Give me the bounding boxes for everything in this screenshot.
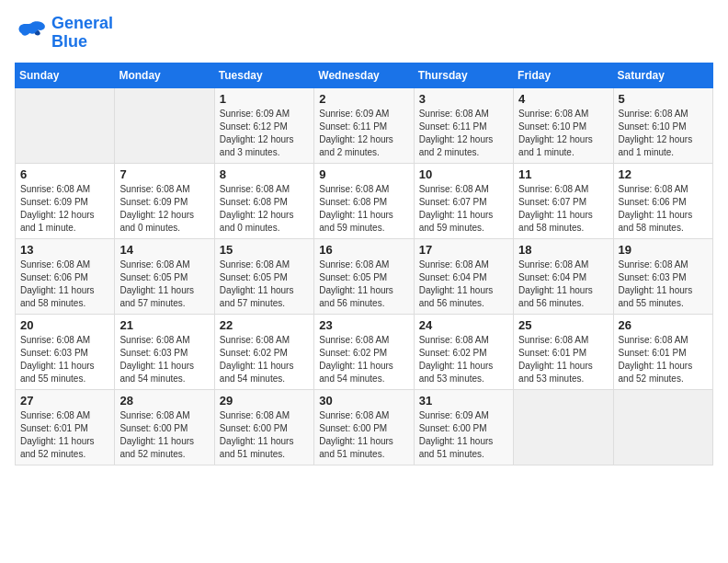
day-number: 2 [319, 92, 408, 106]
day-number: 28 [119, 394, 209, 408]
day-number: 19 [619, 243, 708, 257]
day-info: Sunrise: 6:08 AM Sunset: 6:04 PM Dayligh… [419, 259, 508, 310]
calendar-cell [613, 389, 712, 465]
day-number: 8 [220, 167, 309, 181]
week-row-2: 6Sunrise: 6:08 AM Sunset: 6:09 PM Daylig… [16, 163, 713, 238]
calendar-cell: 31Sunrise: 6:09 AM Sunset: 6:00 PM Dayli… [414, 389, 513, 465]
day-number: 17 [419, 243, 508, 257]
day-info: Sunrise: 6:08 AM Sunset: 6:01 PM Dayligh… [619, 334, 708, 385]
day-number: 30 [319, 394, 408, 408]
calendar-cell: 12Sunrise: 6:08 AM Sunset: 6:06 PM Dayli… [613, 163, 712, 238]
day-number: 23 [319, 318, 408, 332]
calendar-cell: 25Sunrise: 6:08 AM Sunset: 6:01 PM Dayli… [514, 314, 613, 389]
calendar-cell: 28Sunrise: 6:08 AM Sunset: 6:00 PM Dayli… [115, 389, 214, 465]
day-info: Sunrise: 6:08 AM Sunset: 6:09 PM Dayligh… [119, 183, 209, 235]
week-row-3: 13Sunrise: 6:08 AM Sunset: 6:06 PM Dayli… [16, 238, 713, 314]
day-number: 20 [20, 318, 109, 332]
day-number: 15 [220, 243, 309, 257]
week-row-5: 27Sunrise: 6:08 AM Sunset: 6:01 PM Dayli… [16, 389, 713, 465]
day-info: Sunrise: 6:08 AM Sunset: 6:06 PM Dayligh… [20, 259, 109, 310]
day-info: Sunrise: 6:08 AM Sunset: 6:03 PM Dayligh… [619, 259, 708, 310]
column-header-tuesday: Tuesday [214, 63, 313, 87]
day-number: 14 [119, 243, 209, 257]
day-info: Sunrise: 6:08 AM Sunset: 6:08 PM Dayligh… [220, 183, 309, 235]
calendar-cell: 22Sunrise: 6:08 AM Sunset: 6:02 PM Dayli… [214, 314, 313, 389]
day-info: Sunrise: 6:09 AM Sunset: 6:00 PM Dayligh… [419, 409, 508, 461]
calendar-cell: 9Sunrise: 6:08 AM Sunset: 6:08 PM Daylig… [314, 163, 414, 238]
calendar-cell: 21Sunrise: 6:08 AM Sunset: 6:03 PM Dayli… [115, 314, 214, 389]
calendar-cell: 20Sunrise: 6:08 AM Sunset: 6:03 PM Dayli… [16, 314, 115, 389]
day-number: 27 [20, 394, 109, 408]
day-number: 10 [419, 167, 508, 181]
calendar-cell: 5Sunrise: 6:08 AM Sunset: 6:10 PM Daylig… [613, 87, 712, 163]
day-number: 13 [20, 243, 109, 257]
calendar-cell: 8Sunrise: 6:08 AM Sunset: 6:08 PM Daylig… [214, 163, 313, 238]
logo: General Blue [15, 15, 113, 52]
day-info: Sunrise: 6:08 AM Sunset: 6:00 PM Dayligh… [220, 409, 309, 461]
day-info: Sunrise: 6:08 AM Sunset: 6:02 PM Dayligh… [419, 334, 508, 385]
logo-bird-icon [15, 17, 48, 50]
day-number: 22 [220, 318, 309, 332]
calendar-cell: 16Sunrise: 6:08 AM Sunset: 6:05 PM Dayli… [314, 238, 414, 314]
day-number: 31 [419, 394, 508, 408]
day-number: 18 [518, 243, 608, 257]
day-number: 24 [419, 318, 508, 332]
column-header-sunday: Sunday [16, 63, 115, 87]
day-number: 12 [619, 167, 708, 181]
day-info: Sunrise: 6:08 AM Sunset: 6:01 PM Dayligh… [20, 409, 109, 461]
column-header-saturday: Saturday [613, 63, 712, 87]
calendar-cell: 11Sunrise: 6:08 AM Sunset: 6:07 PM Dayli… [514, 163, 613, 238]
calendar-cell: 6Sunrise: 6:08 AM Sunset: 6:09 PM Daylig… [16, 163, 115, 238]
day-number: 3 [419, 92, 508, 106]
column-header-monday: Monday [115, 63, 214, 87]
calendar-cell: 4Sunrise: 6:08 AM Sunset: 6:10 PM Daylig… [514, 87, 613, 163]
calendar-table: SundayMondayTuesdayWednesdayThursdayFrid… [15, 63, 713, 465]
day-info: Sunrise: 6:08 AM Sunset: 6:00 PM Dayligh… [119, 409, 209, 461]
calendar-cell: 3Sunrise: 6:08 AM Sunset: 6:11 PM Daylig… [414, 87, 513, 163]
day-info: Sunrise: 6:08 AM Sunset: 6:09 PM Dayligh… [20, 183, 109, 235]
day-info: Sunrise: 6:08 AM Sunset: 6:03 PM Dayligh… [119, 334, 209, 385]
calendar-cell: 30Sunrise: 6:08 AM Sunset: 6:00 PM Dayli… [314, 389, 414, 465]
day-number: 21 [119, 318, 209, 332]
calendar-cell [16, 87, 115, 163]
calendar-cell: 15Sunrise: 6:08 AM Sunset: 6:05 PM Dayli… [214, 238, 313, 314]
day-info: Sunrise: 6:08 AM Sunset: 6:06 PM Dayligh… [619, 183, 708, 235]
day-info: Sunrise: 6:08 AM Sunset: 6:01 PM Dayligh… [518, 334, 608, 385]
page-header: General Blue [15, 15, 713, 52]
week-row-4: 20Sunrise: 6:08 AM Sunset: 6:03 PM Dayli… [16, 314, 713, 389]
calendar-cell [514, 389, 613, 465]
column-header-wednesday: Wednesday [314, 63, 414, 87]
calendar-cell: 23Sunrise: 6:08 AM Sunset: 6:02 PM Dayli… [314, 314, 414, 389]
week-row-1: 1Sunrise: 6:09 AM Sunset: 6:12 PM Daylig… [16, 87, 713, 163]
calendar-cell: 7Sunrise: 6:08 AM Sunset: 6:09 PM Daylig… [115, 163, 214, 238]
day-info: Sunrise: 6:08 AM Sunset: 6:02 PM Dayligh… [220, 334, 309, 385]
day-info: Sunrise: 6:09 AM Sunset: 6:11 PM Dayligh… [319, 108, 408, 159]
calendar-cell: 13Sunrise: 6:08 AM Sunset: 6:06 PM Dayli… [16, 238, 115, 314]
day-info: Sunrise: 6:08 AM Sunset: 6:05 PM Dayligh… [119, 259, 209, 310]
calendar-cell: 27Sunrise: 6:08 AM Sunset: 6:01 PM Dayli… [16, 389, 115, 465]
day-info: Sunrise: 6:08 AM Sunset: 6:05 PM Dayligh… [220, 259, 309, 310]
calendar-cell: 14Sunrise: 6:08 AM Sunset: 6:05 PM Dayli… [115, 238, 214, 314]
calendar-cell: 2Sunrise: 6:09 AM Sunset: 6:11 PM Daylig… [314, 87, 414, 163]
calendar-cell: 17Sunrise: 6:08 AM Sunset: 6:04 PM Dayli… [414, 238, 513, 314]
day-info: Sunrise: 6:08 AM Sunset: 6:08 PM Dayligh… [319, 183, 408, 235]
day-info: Sunrise: 6:08 AM Sunset: 6:03 PM Dayligh… [20, 334, 109, 385]
day-info: Sunrise: 6:08 AM Sunset: 6:04 PM Dayligh… [518, 259, 608, 310]
day-info: Sunrise: 6:08 AM Sunset: 6:10 PM Dayligh… [518, 108, 608, 159]
day-info: Sunrise: 6:08 AM Sunset: 6:07 PM Dayligh… [518, 183, 608, 235]
column-header-row: SundayMondayTuesdayWednesdayThursdayFrid… [16, 63, 713, 87]
calendar-cell: 29Sunrise: 6:08 AM Sunset: 6:00 PM Dayli… [214, 389, 313, 465]
day-info: Sunrise: 6:08 AM Sunset: 6:05 PM Dayligh… [319, 259, 408, 310]
logo-text: General Blue [51, 15, 113, 52]
day-number: 7 [119, 167, 209, 181]
day-info: Sunrise: 6:08 AM Sunset: 6:00 PM Dayligh… [319, 409, 408, 461]
day-info: Sunrise: 6:08 AM Sunset: 6:07 PM Dayligh… [419, 183, 508, 235]
day-number: 1 [220, 92, 309, 106]
calendar-cell: 18Sunrise: 6:08 AM Sunset: 6:04 PM Dayli… [514, 238, 613, 314]
day-info: Sunrise: 6:09 AM Sunset: 6:12 PM Dayligh… [220, 108, 309, 159]
day-number: 11 [518, 167, 608, 181]
day-number: 9 [319, 167, 408, 181]
day-number: 16 [319, 243, 408, 257]
day-number: 5 [619, 92, 708, 106]
calendar-cell: 26Sunrise: 6:08 AM Sunset: 6:01 PM Dayli… [613, 314, 712, 389]
